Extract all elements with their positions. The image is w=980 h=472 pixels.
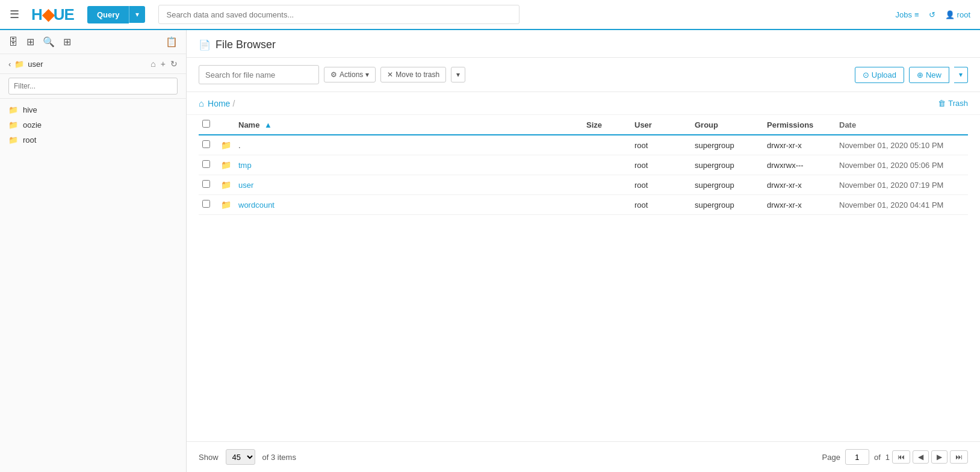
- home-action-icon[interactable]: ⌂: [150, 59, 155, 69]
- row-name-cell: tmp: [235, 155, 583, 175]
- group-header[interactable]: Group: [691, 115, 763, 135]
- row-permissions-cell: drwxr-xr-x: [763, 195, 836, 215]
- sidebar-breadcrumb: ‹ 📁 user ⌂ + ↻: [0, 54, 186, 74]
- trash-link-label: Trash: [948, 99, 968, 108]
- row-size-cell: [583, 155, 631, 175]
- database-icon[interactable]: 🗄: [8, 37, 18, 48]
- new-button[interactable]: ⊕ New: [909, 67, 949, 83]
- search-icon[interactable]: 🔍: [43, 36, 55, 48]
- hue-logo[interactable]: H◆UE: [31, 5, 74, 24]
- sidebar-actions: ⌂ + ↻: [150, 59, 178, 69]
- page-input[interactable]: [845, 449, 869, 465]
- last-page-button[interactable]: ⏭: [950, 450, 968, 464]
- file-link[interactable]: wordcount: [238, 200, 274, 210]
- select-all-checkbox[interactable]: [202, 120, 210, 128]
- logo-u: ◆: [42, 5, 54, 24]
- files-icon[interactable]: 📋: [166, 36, 178, 48]
- row-checkbox-cell: [199, 155, 217, 175]
- row-checkbox[interactable]: [202, 200, 210, 208]
- row-name-cell: .: [235, 135, 583, 155]
- move-to-trash-button[interactable]: ✕ Move to trash: [380, 67, 446, 82]
- toolbar-right: ⊙ Upload ⊕ New ▾: [855, 67, 968, 83]
- row-icon-cell: 📁: [217, 155, 235, 175]
- back-arrow-icon[interactable]: ‹: [8, 60, 11, 69]
- sidebar-list: 📁 hive 📁 oozie 📁 root: [0, 99, 186, 472]
- prev-page-button[interactable]: ◀: [913, 450, 929, 464]
- row-checkbox[interactable]: [202, 160, 210, 168]
- row-checkbox-cell: [199, 175, 217, 195]
- name-header[interactable]: Name ▲: [235, 115, 583, 135]
- home-link[interactable]: Home: [208, 99, 230, 108]
- user-header-label: User: [634, 120, 652, 129]
- actions-dropdown-icon: ▾: [365, 70, 369, 79]
- topnav-right: Jobs ≡ ↺ 👤 root: [896, 10, 970, 19]
- row-size-cell: [583, 135, 631, 155]
- query-dropdown-button[interactable]: ▾: [129, 6, 145, 23]
- jobs-icon: ≡: [914, 10, 919, 19]
- topnav: ☰ H◆UE Query ▾ Jobs ≡ ↺ 👤 root: [0, 0, 980, 30]
- size-header[interactable]: Size: [583, 115, 631, 135]
- file-search-input[interactable]: [199, 65, 319, 84]
- gear-icon: ⚙: [330, 70, 337, 79]
- filebrowser-title: File Browser: [216, 39, 276, 51]
- icon-header: [217, 115, 235, 135]
- actions-label: Actions: [340, 70, 363, 79]
- row-checkbox[interactable]: [202, 180, 210, 188]
- per-page-select[interactable]: 45: [226, 449, 255, 465]
- hamburger-icon[interactable]: ☰: [10, 8, 19, 21]
- trash-x-icon: ✕: [387, 70, 393, 79]
- row-group-cell: supergroup: [691, 155, 763, 175]
- sidebar-item-hive[interactable]: 📁 hive: [0, 102, 186, 117]
- first-page-button[interactable]: ⏮: [892, 450, 910, 464]
- folder-icon: 📁: [8, 120, 18, 129]
- add-icon[interactable]: +: [161, 59, 166, 69]
- grid-icon[interactable]: ⊞: [63, 36, 71, 48]
- table-row: 📁 user root supergroup drwxr-xr-x Novemb…: [199, 175, 968, 195]
- folder-icon: 📁: [221, 140, 231, 150]
- folder-icon: 📁: [14, 60, 24, 69]
- row-date-cell: November 01, 2020 05:06 PM: [836, 155, 968, 175]
- refresh-icon[interactable]: ↻: [170, 59, 178, 69]
- path-separator: /: [232, 99, 235, 108]
- row-group-cell: supergroup: [691, 135, 763, 155]
- user-header[interactable]: User: [631, 115, 691, 135]
- trash-dropdown-button[interactable]: ▾: [451, 67, 465, 82]
- copy-icon[interactable]: ⊞: [26, 36, 34, 48]
- user-link[interactable]: 👤 root: [945, 10, 970, 19]
- date-header[interactable]: Date: [836, 115, 968, 135]
- permissions-header[interactable]: Permissions: [763, 115, 836, 135]
- folder-icon: 📁: [221, 200, 231, 210]
- select-all-header: [199, 115, 217, 135]
- row-name-cell: wordcount: [235, 195, 583, 215]
- sidebar-item-root[interactable]: 📁 root: [0, 132, 186, 148]
- sidebar-item-label: hive: [23, 105, 37, 114]
- folder-icon: 📁: [8, 105, 18, 114]
- trash-link[interactable]: 🗑 Trash: [938, 99, 968, 108]
- new-dropdown-button[interactable]: ▾: [954, 67, 968, 83]
- file-table-wrap: Name ▲ Size User Group Per: [187, 115, 980, 441]
- history-icon[interactable]: ↺: [929, 10, 935, 19]
- row-size-cell: [583, 175, 631, 195]
- new-plus-icon: ⊕: [917, 70, 923, 79]
- table-row: 📁 . root supergroup drwxr-xr-x November …: [199, 135, 968, 155]
- actions-button[interactable]: ⚙ Actions ▾: [324, 67, 376, 82]
- main-layout: 🗄 ⊞ 🔍 ⊞ 📋 ‹ 📁 user ⌂ + ↻ 📁 hive �: [0, 30, 980, 472]
- row-group-cell: supergroup: [691, 195, 763, 215]
- row-icon-cell: 📁: [217, 195, 235, 215]
- file-link[interactable]: user: [238, 181, 253, 190]
- jobs-link[interactable]: Jobs ≡: [896, 10, 919, 19]
- trash-can-icon: 🗑: [938, 99, 946, 108]
- upload-label: Upload: [872, 70, 896, 79]
- query-button[interactable]: Query: [87, 6, 129, 23]
- sidebar-item-oozie[interactable]: 📁 oozie: [0, 117, 186, 132]
- filebrowser-icon: 📄: [199, 39, 211, 51]
- global-search-input[interactable]: [158, 5, 519, 24]
- row-checkbox[interactable]: [202, 140, 210, 148]
- folder-icon: 📁: [221, 180, 231, 190]
- filter-input[interactable]: [8, 78, 178, 95]
- next-page-button[interactable]: ▶: [931, 450, 947, 464]
- file-link[interactable]: tmp: [238, 161, 252, 170]
- row-date-cell: November 01, 2020 05:10 PM: [836, 135, 968, 155]
- sidebar-filter: [0, 74, 186, 99]
- upload-button[interactable]: ⊙ Upload: [855, 67, 904, 83]
